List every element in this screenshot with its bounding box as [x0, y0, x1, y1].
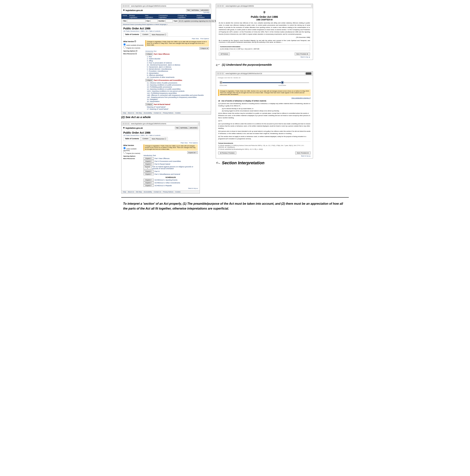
plain-view-link[interactable]: Plain View	[192, 38, 199, 39]
introductory-text-bottom[interactable]: Introductory Text	[144, 154, 198, 156]
advanced-search-link[interactable]: Advanced Search (including Welsh legisla…	[121, 23, 211, 26]
expand-part3-btn[interactable]: Expand +	[144, 163, 154, 165]
part3-link[interactable]: Part III Racial Hatred	[154, 163, 170, 165]
expand-part2-btn[interactable]: Expand +	[144, 160, 154, 162]
toc-item-2[interactable]: 2. Violent disorder	[147, 58, 209, 60]
toc-item-16[interactable]: 16. Interpretation	[147, 101, 209, 102]
footer2-help[interactable]: Help	[123, 191, 126, 193]
toc-item-14a[interactable]: 14A. Prohibiting trespassory assemblies	[147, 92, 209, 94]
toc-item-5[interactable]: 5. Harassment, alarm or distress	[147, 66, 209, 68]
nav-changes[interactable]: Changes To Legislation	[176, 14, 195, 19]
nav-browse[interactable]: Browse Legislation	[128, 14, 144, 19]
print-options-bottom[interactable]: Print Options	[189, 142, 198, 144]
toc-item-1[interactable]: 1. Riot	[147, 56, 209, 58]
year-input[interactable]	[151, 20, 158, 22]
breadcrumb-top[interactable]: UK Public General Acts » 1986 c. 64 » Ta…	[123, 30, 209, 32]
collapse-all-button[interactable]: Collapse all	[200, 47, 209, 50]
preamble-back-to-top[interactable]: Back to top ▲	[219, 56, 310, 58]
timeline-bar[interactable]: 01/01/1991 01/01/2004	[220, 82, 309, 83]
expand-sched2-btn[interactable]: Expand +	[144, 182, 154, 184]
part4-link[interactable]: Part IV	[154, 170, 160, 172]
section-back-to-top[interactable]: Back to top ▲	[218, 155, 311, 157]
latest-version-option[interactable]: Latest available (Enacted)	[123, 43, 144, 46]
part3-collapse-btn[interactable]: Collapse	[145, 103, 153, 105]
part3a-link[interactable]: Part 3A Hatred against persons on religi…	[152, 166, 198, 170]
expand-all-button[interactable]: Expand all +	[187, 151, 198, 154]
section-url[interactable]: www.legislation.gov.uk/ukpga/1986/64/sec…	[224, 72, 305, 75]
expand-part5-btn[interactable]: Expand +	[144, 173, 154, 175]
print-options-link[interactable]: Print Options	[200, 38, 209, 39]
footer2-contact[interactable]: Contact Us	[154, 191, 161, 193]
preamble-url[interactable]: www.legislation.gov.uk/ukpga/1986/64	[224, 5, 311, 7]
plain-view-bottom[interactable]: Plain View	[181, 142, 188, 144]
toc-item-14za[interactable]: 14ZA. Imposing conditions on one-person …	[147, 90, 209, 92]
introductory-text-link[interactable]: Introductory Text	[145, 50, 209, 52]
original-version-option[interactable]: Original (As enacted)	[123, 46, 144, 49]
footer-help[interactable]: Help	[123, 112, 126, 114]
toc-item-17[interactable]: 17. Meaning of 'racial hatred'	[147, 108, 209, 110]
toc-item-9[interactable]: 9. Offences abolished	[147, 74, 209, 76]
tab-resources-bottom[interactable]: More Resources ⓘ	[150, 137, 168, 141]
view-changes-link[interactable]: View outstanding changes ↺	[291, 97, 311, 99]
tab-more-resources[interactable]: More Resources ⓘ	[150, 33, 168, 36]
tab-content[interactable]: Content	[141, 33, 150, 36]
footer-cookies[interactable]: Cookies	[175, 112, 181, 114]
back-to-top-bottom[interactable]: Back to top ▲	[144, 187, 198, 189]
nav-coronavirus[interactable]: Coronavirus Legislation	[158, 14, 177, 19]
nav-search[interactable]: Search Legislation	[195, 14, 211, 19]
toc-item-7[interactable]: 7. Procedure: miscellaneous	[147, 70, 209, 72]
toc-item-12[interactable]: 12. Imposing conditions on public proces…	[147, 84, 209, 86]
footer-about[interactable]: About Us	[128, 112, 134, 114]
tab-toc-bottom[interactable]: Table of Contents	[123, 137, 141, 141]
bottom-latest-option[interactable]: Latest available (Revised)	[123, 147, 142, 151]
footer-sitemap[interactable]: Site Map	[136, 112, 142, 114]
prev-provision-btn[interactable]: ◄ Previous	[219, 52, 230, 55]
expand-part4-btn[interactable]: Expand +	[144, 170, 154, 172]
toc-item-11[interactable]: 11. Advance notice of public processions	[147, 82, 209, 84]
slider-control[interactable]	[306, 72, 311, 75]
tab-toc[interactable]: Table of Contents	[123, 33, 141, 36]
expand-sched3-btn[interactable]: Expand +	[144, 184, 154, 187]
cymraeg-link[interactable]: Cymraeg	[123, 11, 209, 13]
toc-item-14b[interactable]: 14B. Offences in connection with trespas…	[147, 94, 209, 96]
part2-collapse-btn[interactable]: Collapse	[145, 79, 153, 81]
number-input[interactable]	[165, 20, 173, 22]
footer-contact[interactable]: Contact Us	[154, 112, 161, 114]
toc-item-13[interactable]: 13. Prohibiting public processions	[147, 86, 209, 88]
sched2-link[interactable]: SCHEDULE 2 Other Amendments	[154, 182, 180, 184]
browser-url-bar-2[interactable]: www.legislation.gov.uk/ukpga/1986/64/con…	[130, 122, 198, 125]
section-prev-btn[interactable]: ◄ Previous: Provision	[218, 152, 236, 154]
expand-part3a-btn[interactable]: Expand +	[144, 166, 151, 170]
type-select[interactable]: All UK Legislation (excluding originatin…	[178, 20, 218, 22]
toc-item-8[interactable]: 8. Interpretation.	[147, 72, 209, 74]
nav-new[interactable]: New Legislation	[144, 14, 158, 19]
footer-accessibility[interactable]: Accessibility	[144, 112, 152, 114]
toc-item-10[interactable]: 10. Construction of other enactments	[147, 76, 209, 78]
tab-content-bottom[interactable]: Content	[141, 137, 150, 141]
next-provision-btn[interactable]: Next: Provision ►	[295, 52, 310, 55]
part2-link[interactable]: Part II Processions and Assemblies	[154, 160, 181, 162]
footer2-sitemap[interactable]: Site Map	[136, 191, 142, 193]
footer2-privacy[interactable]: Privacy Notices	[163, 191, 173, 193]
toc-item-14[interactable]: 14. Imposing conditions on public assemb…	[147, 88, 209, 90]
nav-home[interactable]: Home	[121, 14, 128, 19]
toc-meaning-racial[interactable]: Meaning of 'racial hatred'	[147, 106, 209, 108]
browser-url-bar[interactable]: www.legislation.gov.uk/ukpga/1986/64/con…	[130, 5, 209, 7]
toc-item-4[interactable]: 4. Fear or provocation of violence	[147, 62, 209, 64]
part1-collapse-btn[interactable]: Collapse	[145, 53, 153, 55]
expand-part1-btn[interactable]: Expand +	[144, 157, 154, 160]
footer-privacy[interactable]: Privacy Notices	[163, 112, 173, 114]
timeline-dot-start[interactable]	[220, 81, 222, 84]
footer2-about[interactable]: About Us	[128, 191, 134, 193]
toc-item-15[interactable]: 15. Delegation	[147, 98, 209, 100]
expand-sched1-btn[interactable]: Expand +	[144, 179, 154, 181]
footer2-cookies[interactable]: Cookies	[175, 191, 181, 193]
sched3-link[interactable]: SCHEDULE 3 Repeals	[154, 185, 172, 187]
bottom-original-option[interactable]: Original (As enacted)	[123, 151, 142, 154]
timeline-dot-current[interactable]	[281, 81, 284, 84]
toc-item-4a[interactable]: 4A. Intentional harassment, alarm or dis…	[147, 64, 209, 66]
footer2-accessibility[interactable]: Accessibility	[144, 191, 152, 193]
title-input[interactable]	[127, 20, 146, 22]
part1-link[interactable]: Part I New Offences	[154, 157, 169, 159]
toc-item-6[interactable]: 6. Mental element: miscellaneous	[147, 68, 209, 70]
